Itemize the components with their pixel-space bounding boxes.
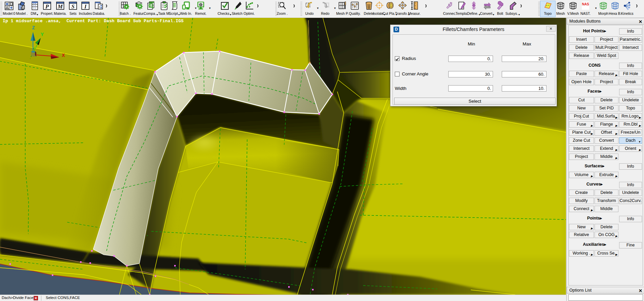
svg-text:NAS: NAS — [582, 2, 589, 6]
svg-text:Z: Z — [32, 25, 35, 31]
svg-text:Y: Y — [41, 32, 44, 38]
svg-text:S: S — [71, 3, 74, 10]
svg-text:P: P — [45, 3, 49, 10]
svg-text:M: M — [57, 3, 63, 10]
svg-text:X: X — [62, 53, 65, 59]
